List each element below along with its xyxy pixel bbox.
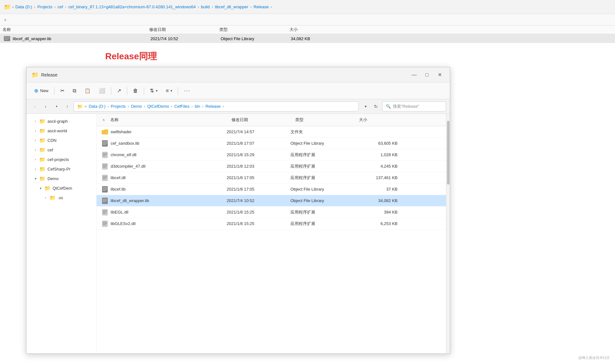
addr-sep-0: «	[84, 104, 87, 109]
toolbar: ⊕ New ✂ ⧉ 📋 ⬜ ↗ 🗑 ⇅ ▾ ≡	[26, 83, 450, 99]
sidebar-item-vs[interactable]: › 📁 .vs	[28, 193, 95, 202]
table-row[interactable]: cef_sandbox.lib 2021/1/8 17:07 Object Fi…	[97, 138, 446, 149]
file-size: 63,605 KB	[352, 139, 403, 148]
view-icon: ≡	[166, 88, 169, 94]
bg-breadcrumb-part-3[interactable]: cef	[58, 4, 63, 9]
sidebar-item-ascii-graph[interactable]: › 📁 ascii-graph	[28, 117, 95, 126]
file-name-cell: d3dcompiler_47.dll	[97, 161, 224, 171]
sidebar-label: QtCefDem	[53, 186, 92, 191]
folder-icon: 📁	[39, 166, 46, 172]
table-row[interactable]: libcef.dll 2021/1/8 17:05 应用程序扩展 137,461…	[97, 172, 446, 184]
file-date: 2021/7/4 10:52	[224, 196, 288, 205]
paste-icon: 📋	[84, 88, 91, 94]
addr-part-5[interactable]: CefFiles	[174, 104, 190, 109]
table-row[interactable]: swiftshader 2021/7/4 14:57 文件夹	[97, 126, 446, 138]
bg-breadcrumb-part-5[interactable]: build	[201, 4, 209, 9]
folder-icon: 📁	[39, 137, 46, 143]
sidebar-item-cefsharp[interactable]: › 📁 CefSharp-Pr	[28, 164, 95, 174]
sidebar-item-demo[interactable]: ▾ 📁 Demo	[28, 174, 95, 183]
col-header-size[interactable]: 大小	[356, 115, 407, 125]
release-window: 📁 Release — □ ✕ ⊕ New ✂ ⧉ 📋 ⬜ ↗	[26, 67, 450, 354]
table-row[interactable]: libEGL.dll 2021/1/8 15:25 应用程序扩展 394 KB	[97, 207, 446, 218]
expand-icon: ›	[43, 195, 48, 200]
addr-part-4[interactable]: QtCefDemo	[147, 104, 169, 109]
svg-rect-25	[103, 199, 107, 200]
sidebar-label: ascii-world	[48, 128, 92, 133]
file-name-cell: libcef_dll_wrapper.lib	[97, 196, 224, 206]
col-header-date[interactable]: 修改日期	[229, 115, 293, 125]
copy-button[interactable]: ⧉	[69, 85, 80, 97]
table-row[interactable]: libcef_dll_wrapper.lib 2021/7/4 10:52 Ob…	[97, 195, 446, 207]
scrollbar-thumb[interactable]	[447, 121, 450, 185]
dropdown-button[interactable]: ▾	[52, 102, 61, 111]
file-date: 2021/1/8 12:03	[224, 162, 288, 171]
share-icon: ↗	[117, 88, 121, 94]
up-button[interactable]: ↑	[63, 102, 72, 111]
cut-button[interactable]: ✂	[56, 85, 68, 97]
sidebar: › 📁 ascii-graph › 📁 ascii-world › 📁 CDN …	[26, 114, 97, 353]
table-row[interactable]: d3dcompiler_47.dll 2021/1/8 12:03 应用程序扩展…	[97, 161, 446, 172]
search-icon: 🔍	[386, 104, 391, 109]
share-button[interactable]: ↗	[113, 85, 125, 97]
file-size: 1,028 KB	[352, 150, 403, 159]
toolbar-sep-1	[54, 87, 55, 95]
view-button[interactable]: ≡ ▾	[162, 85, 176, 97]
minimize-button[interactable]: —	[409, 70, 419, 79]
addr-part-1[interactable]: Data (D:)	[89, 104, 106, 109]
sort-button[interactable]: ⇅ ▾	[146, 85, 161, 97]
bg-breadcrumb-part-2[interactable]: Projects	[37, 4, 52, 9]
bg-breadcrumb-part-6[interactable]: libcef_dll_wrapper	[215, 4, 248, 9]
maximize-button[interactable]: □	[422, 70, 432, 79]
svg-rect-33	[103, 222, 107, 222]
paste-button[interactable]: 📋	[81, 85, 94, 97]
dll-icon	[102, 152, 108, 158]
file-size: 137,461 KB	[352, 173, 403, 182]
addr-part-2[interactable]: Projects	[111, 104, 126, 109]
bg-breadcrumb-part-4[interactable]: cef_binary_87.1.13+g481a82a+chromium-87.…	[68, 4, 196, 9]
col-header-type[interactable]: 类型	[293, 115, 356, 125]
addr-part-3[interactable]: Demo	[131, 104, 142, 109]
svg-rect-13	[103, 164, 107, 165]
table-row[interactable]: libGLESv2.dll 2021/1/8 15:25 应用程序扩展 6,25…	[97, 218, 446, 229]
sidebar-item-cef[interactable]: › 📁 cef	[28, 145, 95, 155]
window-title: Release	[41, 72, 409, 77]
expand-icon: ›	[33, 119, 38, 124]
sort-icon: ⇅	[150, 88, 154, 94]
sidebar-item-cef-projects[interactable]: › 📁 cef-projects	[28, 155, 95, 164]
bg-file-row[interactable]: libcef_dll_wrapper.lib 2021/7/4 10:52 Ob…	[0, 34, 615, 43]
addr-part-7[interactable]: Release	[205, 104, 221, 109]
searchbar[interactable]: 🔍 搜索"Release"	[382, 101, 446, 112]
bg-file-date: 2021/7/4 10:52	[150, 36, 221, 41]
sidebar-item-qtcefdemo[interactable]: ▾ 📁 QtCefDem	[28, 184, 95, 193]
addressbar[interactable]: 📁 « Data (D:) › Projects › Demo › QtCefD…	[74, 101, 359, 112]
forward-button[interactable]: ›	[41, 102, 50, 111]
addr-refresh-button[interactable]: ↻	[371, 102, 380, 111]
bg-breadcrumb: 📁 « Data (D:) › Projects › cef › cef_bin…	[0, 0, 615, 14]
expand-icon: ›	[33, 128, 38, 134]
addr-dropdown-button[interactable]: ▾	[362, 102, 370, 111]
folder-icon: 📁	[49, 195, 56, 201]
bg-breadcrumb-part-7[interactable]: Release	[253, 4, 269, 9]
file-type: 应用程序扩展	[288, 207, 352, 217]
rename-button[interactable]: ⬜	[95, 85, 109, 97]
delete-button[interactable]: 🗑	[129, 85, 142, 97]
file-type: Object File Library	[288, 185, 352, 193]
table-row[interactable]: chrome_elf.dll 2021/1/8 15:29 应用程序扩展 1,0…	[97, 149, 446, 161]
new-button[interactable]: ⊕ New	[30, 85, 52, 97]
more-button[interactable]: ···	[180, 85, 194, 97]
addr-part-6[interactable]: bin	[195, 104, 200, 109]
col-header-name[interactable]: 名称	[108, 115, 229, 125]
file-size: 394 KB	[352, 208, 403, 216]
lib-icon	[102, 198, 108, 204]
svg-rect-34	[103, 223, 107, 224]
sidebar-item-cdn[interactable]: › 📁 CDN	[28, 136, 95, 145]
close-button[interactable]: ✕	[435, 70, 445, 79]
file-type: Object File Library	[288, 196, 352, 205]
bg-breadcrumb-part-1[interactable]: Data (D:)	[15, 4, 32, 9]
sidebar-label: CDN	[48, 138, 92, 143]
scrollbar[interactable]	[446, 114, 450, 353]
folder-icon: 📁	[39, 157, 46, 163]
sidebar-item-ascii-world[interactable]: › 📁 ascii-world	[28, 126, 95, 135]
back-button[interactable]: ‹	[30, 102, 39, 111]
table-row[interactable]: libcef.lib 2021/1/8 17:05 Object File Li…	[97, 184, 446, 195]
